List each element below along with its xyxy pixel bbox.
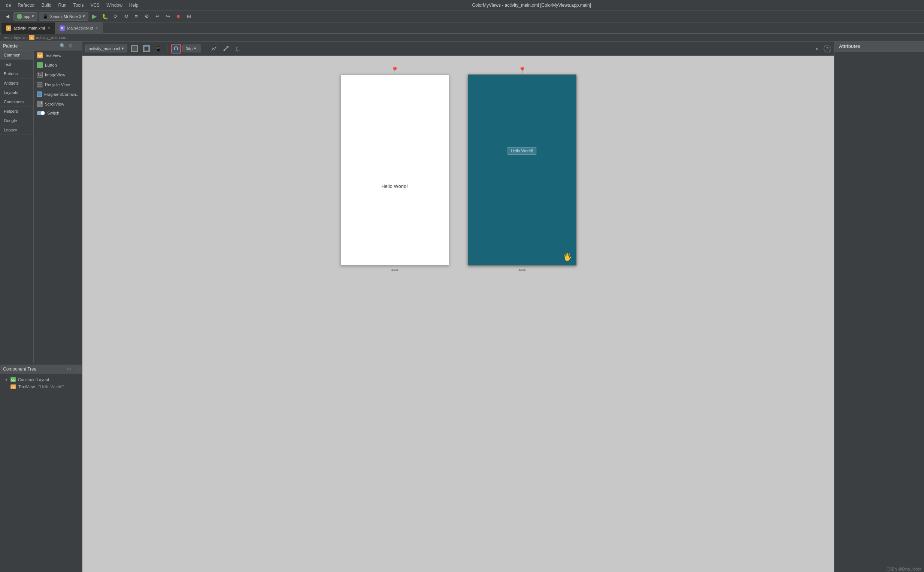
palette-item-recyclerview-label: RecyclerView xyxy=(45,82,70,87)
palette-item-textview[interactable]: Ab TextView xyxy=(34,51,82,60)
run-icon[interactable]: ▶ xyxy=(90,12,99,21)
design-area: activity_main.xml ▾ 📱 0dp ▾ xyxy=(83,42,834,572)
tab-close-kt[interactable]: ✕ xyxy=(95,26,98,30)
phone-mockup-light[interactable]: Hello World! xyxy=(340,75,449,266)
sync-icon[interactable]: ⟲ xyxy=(122,12,130,21)
wand-tool-btn[interactable] xyxy=(221,44,231,54)
menu-item-vcs[interactable]: VCS xyxy=(87,2,103,9)
baseline-btn[interactable]: T xyxy=(233,44,243,54)
svg-rect-5 xyxy=(37,92,42,97)
svg-rect-14 xyxy=(177,48,178,50)
help-icon[interactable]: ? xyxy=(824,45,831,53)
orientation-icon[interactable]: 📱 xyxy=(154,44,163,54)
menu-item-tools[interactable]: Tools xyxy=(70,2,87,9)
constraint-tools: 0dp ▾ xyxy=(171,44,201,54)
toolbar-separator-1 xyxy=(167,45,167,53)
component-tree-gear-icon[interactable]: ⚙ xyxy=(67,367,71,372)
tab-mainactivity-kt[interactable]: K MainActivity.kt ✕ xyxy=(55,22,103,34)
more-icon[interactable]: » xyxy=(812,44,822,54)
margin-chevron-icon: ▾ xyxy=(194,46,196,51)
pin-marker-light: 📍 xyxy=(391,66,399,75)
palette-search-icon[interactable]: 🔍 xyxy=(59,43,65,49)
component-tree-minimize-icon[interactable]: − xyxy=(76,367,79,372)
device-dropdown[interactable]: 📱 Xiaomi Mi Note 3 ▾ xyxy=(39,12,89,20)
breadcrumb-layout[interactable]: layout xyxy=(14,35,25,40)
palette-cat-legacy[interactable]: Legacy xyxy=(0,125,33,135)
margin-value: 0dp xyxy=(186,47,193,51)
breadcrumb-sep2: › xyxy=(26,35,28,40)
magnet-btn[interactable] xyxy=(171,44,181,54)
design-toolbar: activity_main.xml ▾ 📱 0dp ▾ xyxy=(83,42,834,56)
svg-rect-0 xyxy=(37,72,42,78)
refresh-icon[interactable]: ⟳ xyxy=(111,12,120,21)
fragment-icon xyxy=(37,91,42,97)
menu-item-window[interactable]: Window xyxy=(103,2,125,9)
breadcrumb-file-icon: x xyxy=(29,35,34,40)
list-icon[interactable]: ≡ xyxy=(132,12,141,21)
menu-item-refactor[interactable]: Refactor xyxy=(15,2,37,9)
tree-node-textview[interactable]: Ab TextView "Hello World!" xyxy=(3,383,79,390)
palette-item-switch-label: Switch xyxy=(47,111,59,115)
file-dropdown[interactable]: activity_main.xml ▾ xyxy=(86,45,127,53)
palette-item-recyclerview[interactable]: RecyclerView xyxy=(34,80,82,89)
palette-layout: Common Text Buttons Widgets Layouts Cont… xyxy=(0,51,82,363)
palette-item-fragment[interactable]: FragmentContain... xyxy=(34,89,82,99)
menu-item-de[interactable]: de xyxy=(3,2,14,9)
debug-icon[interactable]: 🐛 xyxy=(100,12,109,21)
phone-container-light: 📍 Hello World! ⟺ xyxy=(340,75,449,273)
tree-node-constraintlayout[interactable]: ▼ CL ConstraintLayout xyxy=(3,376,79,383)
design-view-icon[interactable] xyxy=(129,44,139,54)
palette-item-button[interactable]: Button xyxy=(34,60,82,70)
palette-cat-common[interactable]: Common xyxy=(0,51,33,60)
attributes-header: Attributes xyxy=(835,42,924,52)
tree-textview-label: TextView xyxy=(18,384,35,389)
path-tool-btn[interactable] xyxy=(209,44,219,54)
svg-rect-13 xyxy=(174,48,175,50)
tab-bar: x activity_main.xml ✕ K MainActivity.kt … xyxy=(0,22,924,34)
palette-item-imageview[interactable]: ImageView xyxy=(34,70,82,80)
stop-icon[interactable]: ■ xyxy=(174,12,183,21)
toolbar-separator-2 xyxy=(205,45,205,53)
back-icon[interactable]: ↩ xyxy=(153,12,162,21)
tab-activity-label: activity_main.xml xyxy=(14,26,45,30)
settings-icon[interactable]: ⚙ xyxy=(142,12,151,21)
menu-item-help[interactable]: Help xyxy=(126,2,142,9)
palette-cat-google[interactable]: Google xyxy=(0,116,33,125)
palette-item-scrollview[interactable]: ScrollView xyxy=(34,99,82,109)
palette-cat-buttons[interactable]: Buttons xyxy=(0,69,33,79)
tab-close-xml[interactable]: ✕ xyxy=(47,26,50,30)
phone-mockup-dark[interactable]: Hello World! 🖐 xyxy=(468,75,577,266)
margin-dropdown[interactable]: 0dp ▾ xyxy=(182,45,201,53)
palette-item-scrollview-label: ScrollView xyxy=(45,102,64,106)
svg-rect-3 xyxy=(37,84,42,85)
canvas-wrapper: 📍 Hello World! ⟺ 📍 Hello World! 🖐 ⟺ xyxy=(83,56,834,572)
menu-item-build[interactable]: Build xyxy=(39,2,55,9)
tab-mainactivity-label: MainActivity.kt xyxy=(67,26,93,30)
tab-kt-icon: K xyxy=(59,25,65,31)
hello-text-light: Hello World! xyxy=(381,183,408,189)
tab-activity-main-xml[interactable]: x activity_main.xml ✕ xyxy=(2,22,55,34)
terminal-icon[interactable]: ⊞ xyxy=(184,12,193,21)
palette-cat-layouts[interactable]: Layouts xyxy=(0,88,33,97)
breadcrumb-file[interactable]: activity_main.xml xyxy=(36,35,67,40)
palette-items: Ab TextView Button ImageView xyxy=(34,51,82,363)
left-arrow-icon[interactable]: ◀ xyxy=(3,12,12,21)
palette-minimize-icon[interactable]: − xyxy=(76,43,79,49)
run-config-dropdown[interactable]: app ▾ xyxy=(14,12,37,20)
blueprint-view-icon[interactable] xyxy=(142,44,151,54)
attributes-panel: Attributes xyxy=(834,42,924,572)
tab-xml-icon: x xyxy=(6,25,11,31)
forward-icon[interactable]: ↪ xyxy=(163,12,172,21)
palette-cat-text[interactable]: Text xyxy=(0,60,33,69)
palette-cat-containers[interactable]: Containers xyxy=(0,97,33,107)
palette-cat-helpers[interactable]: Helpers xyxy=(0,107,33,116)
palette-header: Palette 🔍 ⚙ − xyxy=(0,42,82,51)
palette-gear-icon[interactable]: ⚙ xyxy=(69,43,73,49)
resize-handle-dark[interactable]: ⟺ xyxy=(518,267,526,273)
palette-cat-widgets[interactable]: Widgets xyxy=(0,79,33,88)
breadcrumb-res[interactable]: res xyxy=(4,35,9,40)
menu-item-run[interactable]: Run xyxy=(55,2,69,9)
palette-item-switch[interactable]: Switch xyxy=(34,109,82,117)
component-tree-header: Component Tree ⚙ − xyxy=(0,365,82,374)
resize-handle-light[interactable]: ⟺ xyxy=(391,267,399,273)
